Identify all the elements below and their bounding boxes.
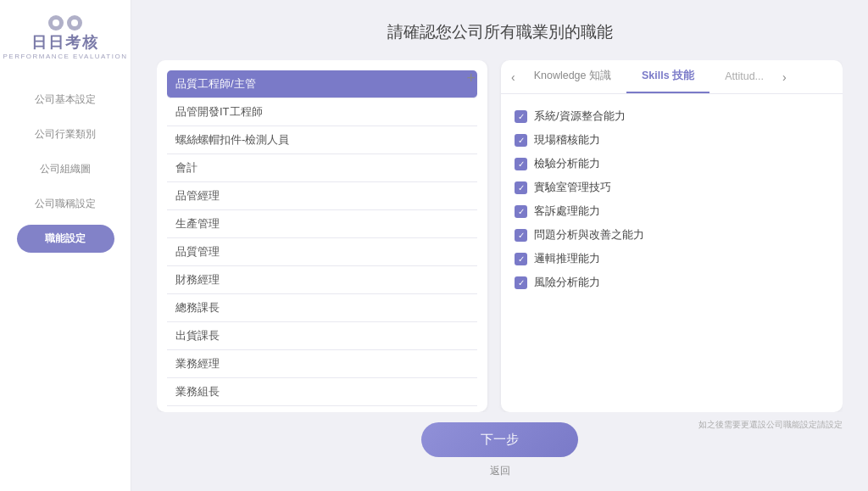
skill-item[interactable]: 邏輯推理能力 bbox=[515, 247, 829, 271]
skill-label: 現場稽核能力 bbox=[534, 132, 600, 148]
skill-item[interactable]: 問題分析與改善之能力 bbox=[515, 223, 829, 247]
hint-text: 如之後需要更還設公司職能設定請設定 bbox=[698, 419, 843, 431]
skill-checkbox[interactable] bbox=[515, 181, 527, 194]
job-item[interactable]: 螺絲螺帽扣件-檢測人員 bbox=[167, 126, 477, 154]
job-item[interactable]: 業務組長 bbox=[167, 378, 477, 406]
tab-knowledge[interactable]: Knowledge 知識 bbox=[519, 60, 626, 93]
skill-checkbox[interactable] bbox=[515, 205, 527, 218]
job-list: 品質工程師/主管品管開發IT工程師螺絲螺帽扣件-檢測人員會計品管經理生產管理品質… bbox=[167, 70, 477, 412]
tab-skills[interactable]: Skills 技能 bbox=[626, 60, 709, 93]
skill-item[interactable]: 風險分析能力 bbox=[515, 271, 829, 294]
logo-circle-left bbox=[48, 15, 64, 31]
main-content: 請確認您公司所有職業別的職能 + 品質工程師/主管品管開發IT工程師螺絲螺帽扣件… bbox=[131, 0, 868, 491]
job-item[interactable]: 會計 bbox=[167, 154, 477, 182]
sidebar: 日日考核 PERFORMANCE EVALUATION 公司基本設定 公司行業類… bbox=[0, 0, 131, 491]
logo-circle-right bbox=[67, 15, 82, 31]
job-item[interactable]: 總務課長 bbox=[167, 294, 477, 322]
tab-next-button[interactable]: › bbox=[779, 64, 790, 91]
skill-item[interactable]: 系統/資源整合能力 bbox=[515, 104, 829, 128]
back-link[interactable]: 返回 bbox=[490, 464, 510, 478]
skill-checkbox[interactable] bbox=[515, 253, 527, 265]
skill-checkbox[interactable] bbox=[515, 229, 527, 242]
sidebar-item-company-basic[interactable]: 公司基本設定 bbox=[17, 86, 114, 114]
add-job-button[interactable]: + bbox=[466, 70, 476, 86]
content-area: + 品質工程師/主管品管開發IT工程師螺絲螺帽扣件-檢測人員會計品管經理生產管理… bbox=[157, 60, 843, 412]
skills-panel: ‹ Knowledge 知識 Skills 技能 Attitud... › 系統… bbox=[501, 60, 843, 412]
job-item[interactable]: 品管經理 bbox=[167, 182, 477, 210]
page-title: 請確認您公司所有職業別的職能 bbox=[387, 21, 613, 43]
next-button[interactable]: 下一步 bbox=[421, 422, 578, 457]
skill-checkbox[interactable] bbox=[515, 134, 527, 147]
job-list-panel: + 品質工程師/主管品管開發IT工程師螺絲螺帽扣件-檢測人員會計品管經理生產管理… bbox=[157, 60, 487, 412]
logo-area: 日日考核 PERFORMANCE EVALUATION bbox=[3, 15, 128, 60]
tab-prev-button[interactable]: ‹ bbox=[508, 64, 519, 91]
logo-circle-inner-left bbox=[53, 20, 59, 26]
sidebar-item-company-org[interactable]: 公司組織圖 bbox=[17, 155, 114, 183]
skill-checkbox[interactable] bbox=[515, 158, 527, 170]
skill-item[interactable]: 檢驗分析能力 bbox=[515, 152, 829, 176]
job-item[interactable]: 出貨課長 bbox=[167, 322, 477, 350]
skill-label: 系統/資源整合能力 bbox=[534, 109, 626, 124]
tabs-header: ‹ Knowledge 知識 Skills 技能 Attitud... › bbox=[501, 60, 843, 94]
job-item[interactable]: 財務經理 bbox=[167, 266, 477, 294]
skill-label: 風險分析能力 bbox=[534, 275, 600, 290]
skill-label: 檢驗分析能力 bbox=[534, 156, 600, 171]
sidebar-item-competency[interactable]: 職能設定 bbox=[17, 225, 114, 253]
job-item[interactable]: 業務人員 bbox=[167, 406, 477, 412]
job-item[interactable]: 品管開發IT工程師 bbox=[167, 98, 477, 126]
sidebar-item-company-industry[interactable]: 公司行業類別 bbox=[17, 120, 114, 148]
job-item[interactable]: 生產管理 bbox=[167, 210, 477, 238]
logo-subtext: PERFORMANCE EVALUATION bbox=[3, 53, 128, 60]
logo-icons bbox=[48, 15, 82, 31]
skill-item[interactable]: 客訴處理能力 bbox=[515, 199, 829, 223]
skill-item[interactable]: 實驗室管理技巧 bbox=[515, 176, 829, 199]
skill-label: 邏輯推理能力 bbox=[534, 251, 600, 266]
skill-label: 實驗室管理技巧 bbox=[534, 180, 611, 195]
job-item[interactable]: 品質工程師/主管 bbox=[167, 70, 477, 98]
skill-label: 客訴處理能力 bbox=[534, 204, 600, 219]
sidebar-item-company-position[interactable]: 公司職稱設定 bbox=[17, 190, 114, 218]
logo-circle-inner-right bbox=[71, 20, 78, 26]
skill-item[interactable]: 現場稽核能力 bbox=[515, 128, 829, 152]
skills-list: 系統/資源整合能力現場稽核能力檢驗分析能力實驗室管理技巧客訴處理能力問題分析與改… bbox=[501, 94, 843, 412]
skill-checkbox[interactable] bbox=[515, 276, 527, 289]
tab-attitude[interactable]: Attitud... bbox=[709, 62, 779, 92]
job-item[interactable]: 品質管理 bbox=[167, 238, 477, 266]
bottom-area: 如之後需要更還設公司職能設定請設定 下一步 返回 bbox=[157, 422, 843, 478]
job-item[interactable]: 業務經理 bbox=[167, 350, 477, 378]
skill-label: 問題分析與改善之能力 bbox=[534, 227, 644, 243]
sidebar-nav: 公司基本設定 公司行業類別 公司組織圖 公司職稱設定 職能設定 bbox=[0, 86, 131, 253]
logo-text: 日日考核 bbox=[31, 32, 99, 53]
skill-checkbox[interactable] bbox=[515, 110, 527, 123]
